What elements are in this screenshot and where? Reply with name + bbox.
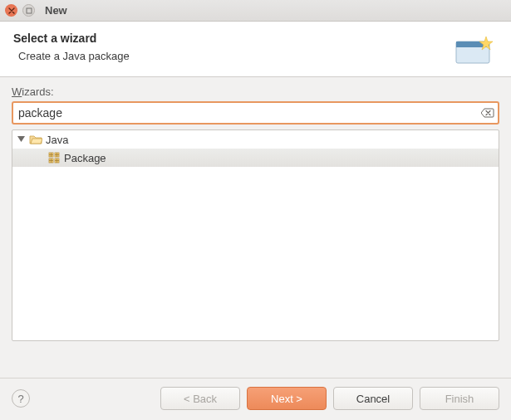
wizard-banner-icon: [451, 33, 498, 66]
dialog-body: Wizards:: [0, 77, 511, 378]
tree-item-label: Java: [46, 134, 68, 146]
filter-field-wrap: [12, 101, 499, 125]
folder-open-icon: [29, 133, 42, 146]
window-close-button[interactable]: [5, 4, 17, 17]
wizards-label: Wizards:: [12, 85, 499, 98]
dialog-subtitle: Create a Java package: [13, 50, 130, 62]
dialog-footer: ? < Back Next > Cancel Finish: [0, 378, 511, 420]
titlebar: New: [0, 0, 511, 22]
window-title: New: [45, 4, 67, 17]
close-icon: [8, 7, 15, 14]
dialog-header: Select a wizard Create a Java package: [0, 22, 511, 77]
clear-filter-button[interactable]: [481, 107, 494, 119]
finish-button: Finish: [420, 387, 499, 410]
dialog-window: New Select a wizard Create a Java packag…: [0, 0, 511, 420]
button-row: < Back Next > Cancel Finish: [160, 387, 499, 410]
back-button: < Back: [160, 387, 240, 410]
clear-icon: [481, 108, 494, 118]
help-button[interactable]: ?: [12, 389, 30, 408]
next-button[interactable]: Next >: [247, 387, 327, 410]
help-icon: ?: [17, 393, 23, 405]
cancel-button[interactable]: Cancel: [333, 387, 413, 410]
package-icon: [47, 151, 61, 164]
tree-item-label: Package: [64, 152, 106, 164]
wizard-tree[interactable]: Java Package: [12, 129, 499, 341]
minimize-icon: [26, 7, 32, 14]
expander-icon[interactable]: [16, 134, 26, 144]
window-minimize-button[interactable]: [22, 4, 35, 17]
wizard-filter-input[interactable]: [12, 101, 499, 125]
dialog-title: Select a wizard: [13, 32, 130, 45]
tree-item-package[interactable]: Package: [12, 149, 499, 167]
dialog-header-text: Select a wizard Create a Java package: [13, 32, 130, 62]
svg-rect-0: [27, 8, 32, 13]
tree-item-java[interactable]: Java: [12, 130, 499, 149]
